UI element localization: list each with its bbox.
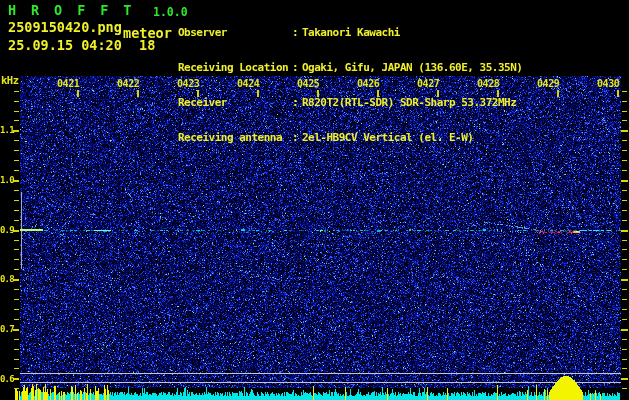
info-label: Receiving antenna <box>178 132 292 144</box>
time-label: 0421 <box>57 78 81 89</box>
info-value: 2el-HB9CV Vertical (el. E-W) <box>302 131 473 144</box>
info-row-receiver: Receiver:R820T2(RTL-SDR) SDR-Sharp 53.37… <box>178 97 522 109</box>
time-label: 0429 <box>537 78 561 89</box>
info-row-observer: Observer:Takanori Kawachi <box>178 27 522 39</box>
app-title: H R O F F T <box>8 3 135 17</box>
info-label: Observer <box>178 27 292 39</box>
info-label: Receiving Location <box>178 62 292 74</box>
time-label: 0427 <box>417 78 441 89</box>
hrofft-screen: H R O F F T 1.0.0 2509150420.png meteor … <box>0 0 629 400</box>
time-label: 0426 <box>357 78 381 89</box>
info-colon: : <box>292 27 302 39</box>
frequency-label: 0.7 <box>0 324 13 334</box>
info-row-location: Receiving Location:Ogaki, Gifu, JAPAN (1… <box>178 62 522 74</box>
info-colon: : <box>292 97 302 109</box>
time-label: 0428 <box>477 78 501 89</box>
echo-count: 18 <box>139 38 155 52</box>
info-label: Receiver <box>178 97 292 109</box>
observation-datetime: 25.09.15 04:20 <box>8 38 122 52</box>
info-colon: : <box>292 62 302 74</box>
frequency-label: 1.1 <box>0 125 13 135</box>
frequency-label: 0.8 <box>0 274 13 284</box>
frequency-label: 1.0 <box>0 175 13 185</box>
time-label: 0422 <box>117 78 141 89</box>
info-value: R820T2(RTL-SDR) SDR-Sharp 53.372MHz <box>302 96 516 109</box>
frequency-label: 0.9 <box>0 225 13 235</box>
time-label: 0423 <box>177 78 201 89</box>
output-filename: 2509150420.png <box>8 20 122 34</box>
time-label: 0430 <box>597 78 621 89</box>
frequency-unit-label: kHz <box>1 75 18 86</box>
station-info: Observer:Takanori Kawachi Receiving Loca… <box>178 4 522 167</box>
info-colon: : <box>292 132 302 144</box>
info-row-antenna: Receiving antenna:2el-HB9CV Vertical (el… <box>178 132 522 144</box>
info-value: Ogaki, Gifu, JAPAN (136.60E, 35.35N) <box>302 61 522 74</box>
time-label: 0425 <box>297 78 321 89</box>
time-label: 0424 <box>237 78 261 89</box>
frequency-label: 0.6 <box>0 374 13 384</box>
info-value: Takanori Kawachi <box>302 26 400 39</box>
